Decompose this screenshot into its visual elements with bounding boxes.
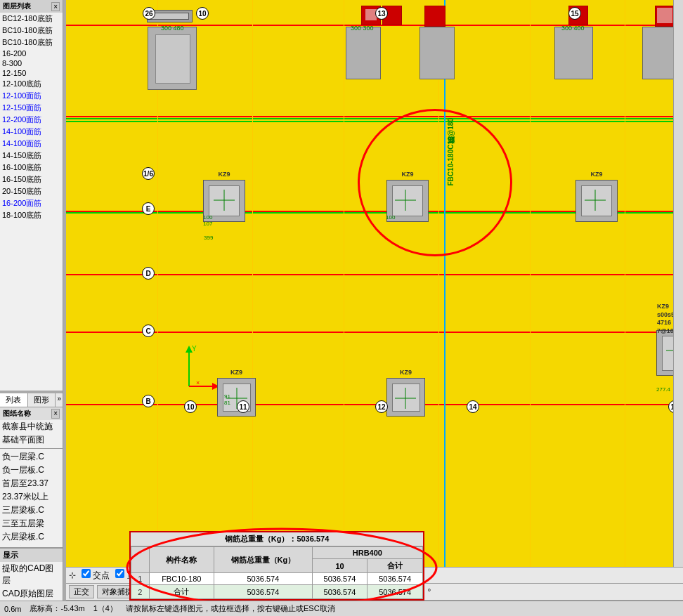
grid-h-green-1 — [66, 118, 683, 119]
drawing-item-9[interactable]: 六层梁板.C — [0, 530, 63, 544]
table-title: 钢筋总重量（Kg）：5036.574 — [225, 535, 330, 543]
canvas-area: 10 13 15 1/6 E D C B 12 14 16 — [66, 0, 683, 601]
kz-cross-2 — [395, 190, 416, 211]
table-content: 构件名称 钢筋总重量（Kg） HRB400 10 合计 1 FBC10-180 — [131, 546, 423, 599]
grid-h-2 — [66, 116, 683, 117]
drawing-item-0[interactable]: 截寨县中统施 — [0, 420, 63, 433]
col-num-header — [131, 547, 150, 573]
drawing-item-1[interactable]: 基础平面图 — [0, 433, 63, 447]
row-label-D: D — [142, 267, 155, 280]
grid-v-4 — [438, 0, 439, 567]
snap-intersect-cb[interactable] — [82, 569, 91, 578]
svg-marker-4 — [212, 383, 217, 390]
col-10-header: 10 — [312, 559, 367, 573]
row-total-1: 5036.574 — [214, 585, 313, 599]
col-label-10b: 10 — [184, 400, 197, 413]
row-hrb10-1: 5036.574 — [312, 585, 367, 599]
degree-label: ° — [427, 587, 431, 597]
row-sum-1: 5036.574 — [367, 585, 423, 599]
layer-item-7[interactable]: 12-100面筋 — [0, 90, 63, 102]
dim-1: 300 480 — [161, 25, 184, 32]
scrollbar-vertical[interactable] — [673, 0, 683, 567]
grid-v-6 — [625, 0, 625, 567]
layer-list-content: BC12-180底筋BC10-180底筋BC10-180底筋16-2008-30… — [0, 13, 63, 221]
grid-h-5 — [66, 332, 683, 333]
display-section: 显示 提取的CAD图层CAD原始图层 — [0, 548, 63, 601]
layer-item-4[interactable]: 8-300 — [0, 58, 63, 68]
col-name-header: 构件名称 — [149, 547, 214, 573]
col-sum-header: 合计 — [367, 559, 423, 573]
layer-item-9[interactable]: 12-200面筋 — [0, 114, 63, 126]
row-num-1: 2 — [131, 585, 150, 599]
layer-item-14[interactable]: 16-150底筋 — [0, 173, 63, 185]
struct-t4 — [554, 27, 593, 79]
row-label-C: C — [142, 325, 155, 337]
snap-midpoint-cb[interactable] — [115, 569, 124, 578]
layer-list-close[interactable]: × — [51, 2, 60, 11]
layer-item-11[interactable]: 14-100面筋 — [0, 138, 63, 150]
layer-list-title: 图层列表 — [3, 1, 31, 11]
layer-item-3[interactable]: 16-200 — [0, 48, 63, 58]
layer-list-header: 图层列表 × — [0, 0, 63, 13]
dim-3: 300 400 — [561, 25, 585, 32]
display-list: 提取的CAD图层CAD原始图层 — [0, 562, 63, 601]
drawing-item-4[interactable]: 负一层板.C — [0, 464, 63, 477]
drawing-item-5[interactable]: 首层至23.37 — [0, 477, 63, 490]
layer-item-2[interactable]: BC10-180底筋 — [0, 37, 63, 48]
layer-item-16[interactable]: 16-200面筋 — [0, 197, 63, 209]
layer-item-8[interactable]: 12-150面筋 — [0, 102, 63, 114]
tab-list[interactable]: 列表 — [0, 393, 28, 407]
drawing-item-7[interactable]: 三层梁板.C — [0, 504, 63, 517]
app-container: 图层列表 × BC12-180底筋BC10-180底筋BC10-180底筋16-… — [0, 0, 683, 616]
struct-t2 — [346, 27, 381, 79]
struct-t3 — [419, 27, 455, 79]
kz-dim-4: 277.4 — [656, 386, 670, 393]
layer-item-12[interactable]: 14-150底筋 — [0, 150, 63, 162]
col-label-10: 10 — [196, 7, 209, 20]
drawing-name-header: 图纸名称 × — [0, 407, 63, 420]
row-name-0: FBC10-180 — [149, 573, 214, 585]
table-body: 1 FBC10-180 5036.574 5036.574 5036.574 2… — [131, 573, 423, 599]
display-item-0[interactable]: 提取的CAD图层 — [0, 562, 63, 587]
table-header: 钢筋总重量（Kg）：5036.574 — [131, 532, 423, 546]
vertical-label: FBC10-180面筋C10@180 — [446, 118, 456, 185]
grid-h-4 — [66, 274, 683, 275]
drawing-item-10[interactable]: 屋面梁板.C — [0, 544, 63, 546]
row-sum-0: 5036.574 — [367, 573, 423, 585]
grid-h-green-2 — [66, 121, 683, 122]
layer-item-15[interactable]: 20-150底筋 — [0, 185, 63, 197]
drawing-close-btn[interactable]: × — [51, 409, 60, 419]
table-popup: 钢筋总重量（Kg）：5036.574 构件名称 钢筋总重量（Kg） HRB400 — [129, 531, 424, 601]
expand-btn[interactable]: » — [56, 393, 63, 407]
cad-canvas[interactable]: 10 13 15 1/6 E D C B 12 14 16 — [66, 0, 683, 567]
drawing-item-8[interactable]: 三至五层梁 — [0, 517, 63, 530]
left-sidebar: 图层列表 × BC12-180底筋BC10-180底筋BC10-180底筋16-… — [0, 0, 63, 601]
display-item-1[interactable]: CAD原始图层 — [0, 587, 63, 601]
table-row-0: 1 FBC10-180 5036.574 5036.574 5036.574 — [131, 573, 423, 585]
table-row-1: 2 合计 5036.574 5036.574 5036.574 — [131, 585, 423, 599]
scale-label: 0.6m — [4, 605, 21, 613]
count-label: 1（4） — [93, 603, 117, 614]
ortho-btn[interactable]: 正交 — [69, 585, 94, 598]
tab-graph[interactable]: 图形 — [28, 393, 56, 407]
layer-item-0[interactable]: BC12-180底筋 — [0, 13, 63, 25]
red-box-3 — [424, 6, 445, 27]
layer-item-6[interactable]: 12-100底筋 — [0, 78, 63, 90]
red-inner-2 — [656, 7, 673, 24]
grid-h-6 — [66, 404, 683, 405]
snap-intersect[interactable]: 交点 — [82, 569, 110, 582]
layer-item-5[interactable]: 12-150 — [0, 68, 63, 78]
drawing-item-6[interactable]: 23.37米以上 — [0, 490, 63, 504]
layer-item-17[interactable]: 18-100底筋 — [0, 209, 63, 221]
grid-v-2 — [252, 0, 253, 567]
drawing-item-3[interactable]: 负一层梁.C — [0, 450, 63, 464]
layer-item-13[interactable]: 16-100底筋 — [0, 162, 63, 173]
row-name-1: 合计 — [149, 585, 214, 599]
drawing-list-content: 截寨县中统施基础平面图负一层梁.C负一层板.C首层至23.3723.37米以上三… — [0, 420, 63, 546]
elevation-label: 底标高：-5.43m — [30, 603, 84, 614]
grid-v-blue — [444, 0, 445, 567]
layer-item-1[interactable]: BC10-180底筋 — [0, 25, 63, 37]
snap-icon: ⊹ — [69, 570, 76, 580]
layer-item-10[interactable]: 14-100面筋 — [0, 126, 63, 138]
row-num-0: 1 — [131, 573, 150, 585]
